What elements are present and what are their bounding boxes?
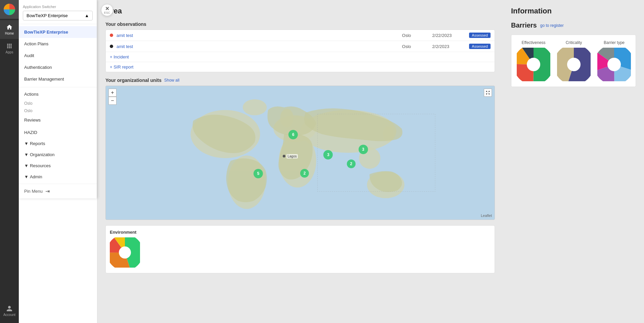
sidebar-item-home[interactable]: Home xyxy=(0,20,19,39)
cluster-2a[interactable]: 2 xyxy=(347,159,356,168)
obs-date-1: 2/22/2023 xyxy=(432,33,466,38)
dropdown-header: Application Switcher BowTieXP Enterprise… xyxy=(19,0,97,24)
reports-label: Reports xyxy=(30,141,45,146)
bottom-charts: Environment xyxy=(105,225,495,273)
sidebar-nav-partial: Actions Oslo Oslo Reviews HAZID ▼ Report… xyxy=(19,87,97,184)
barrier-type-chart-block: Barrier type xyxy=(597,40,631,81)
nav-item-hazid[interactable]: HAZID xyxy=(19,127,97,138)
chevron-reports-icon: ▼ xyxy=(24,141,29,146)
app-item-barrier[interactable]: Barrier Management xyxy=(19,73,97,85)
criticality-chart-block: Criticality xyxy=(557,40,591,81)
obs-name-2[interactable]: amit test xyxy=(117,44,399,49)
obs-location-1: Oslo xyxy=(402,33,429,38)
app-switcher-select[interactable]: BowTieXP Enterprise ▲ xyxy=(23,11,93,20)
svg-point-19 xyxy=(520,51,547,78)
barriers-title: Barriers xyxy=(511,21,537,29)
information-title: Information xyxy=(511,7,636,15)
sidebar-item-account[interactable]: Account xyxy=(0,302,19,320)
nav-oslo-2: Oslo xyxy=(19,107,97,114)
pin-menu-icon: ⇥ xyxy=(45,188,50,194)
organization-label: Organization xyxy=(30,152,55,157)
effectiveness-title: Effectiveness xyxy=(521,40,545,45)
chevron-admin-icon: ▼ xyxy=(24,174,29,179)
leaflet-attribution: Leaflet xyxy=(481,214,492,218)
environment-chart: Environment xyxy=(105,225,495,273)
effectiveness-chart-block: Effectiveness xyxy=(517,40,550,81)
nav-item-reviews[interactable]: Reviews xyxy=(19,114,97,126)
barriers-charts-row: Effectiveness Criticality xyxy=(511,35,636,87)
show-all-link[interactable]: Show all xyxy=(164,78,179,83)
apps-label: Apps xyxy=(6,50,13,54)
pin-menu-label: Pin Menu xyxy=(24,189,43,194)
add-sir-label: + SIR report xyxy=(110,64,133,70)
pin-menu-footer[interactable]: Pin Menu ⇥ xyxy=(19,184,97,198)
lagos-label: Lagos xyxy=(286,154,297,158)
observations-table: amit test Oslo 2/22/2023 Assessed amit t… xyxy=(105,30,495,72)
area-title: Area xyxy=(105,7,495,15)
chevron-resources-icon: ▼ xyxy=(24,163,29,168)
map-container[interactable]: + − xyxy=(105,86,495,220)
criticality-pie xyxy=(557,48,591,81)
org-units-title: Your organizational units xyxy=(105,78,162,83)
home-icon xyxy=(6,24,13,31)
map-zoom-out-button[interactable]: − xyxy=(108,97,117,105)
cluster-2b[interactable]: 2 xyxy=(300,169,309,178)
environment-chart-title: Environment xyxy=(110,230,491,235)
sidebar-item-apps[interactable]: Apps xyxy=(0,39,19,58)
svg-point-15 xyxy=(113,240,137,265)
go-to-register-link[interactable]: go to register xyxy=(540,23,564,28)
actions-section-label: Actions xyxy=(24,92,39,97)
add-incident-button[interactable]: + Incident xyxy=(106,52,495,62)
app-item-authentication[interactable]: Authentication xyxy=(19,61,97,73)
svg-point-21 xyxy=(560,51,587,78)
svg-point-7 xyxy=(243,99,267,116)
chevron-up-icon: ▲ xyxy=(85,13,89,18)
barriers-header: Barriers go to register xyxy=(511,21,636,29)
app-switcher-dropdown: Application Switcher BowTieXP Enterprise… xyxy=(19,0,97,198)
add-incident-label: + Incident xyxy=(110,54,129,59)
resources-label: Resources xyxy=(30,163,51,168)
observations-title: Your observations xyxy=(105,21,495,27)
nav-item-organization[interactable]: ▼ Organization xyxy=(19,149,97,160)
app-item-actionplans[interactable]: Action Plans xyxy=(19,38,97,50)
org-units-header: Your organizational units Show all xyxy=(105,78,495,83)
app-logo[interactable] xyxy=(0,0,19,19)
cluster-5[interactable]: 5 xyxy=(254,169,263,178)
obs-badge-1: Assessed xyxy=(469,33,491,38)
cluster-3a[interactable]: 3 xyxy=(359,145,368,154)
obs-location-2: Oslo xyxy=(402,44,429,49)
logo-graphic xyxy=(4,4,15,15)
close-x-icon: ✕ xyxy=(105,6,109,11)
map-expand-button[interactable] xyxy=(484,89,492,97)
world-map-svg xyxy=(106,86,495,220)
environment-pie-chart xyxy=(110,237,140,268)
app-item-audit[interactable]: Audit xyxy=(19,50,97,61)
content-area: Area Your observations amit test Oslo 2/… xyxy=(97,0,644,323)
hazid-label: HAZID xyxy=(24,130,37,135)
svg-point-26 xyxy=(601,51,628,78)
obs-date-2: 2/2/2023 xyxy=(432,44,466,49)
app-list: BowTieXP Enterprise Action Plans Audit A… xyxy=(19,24,97,87)
apps-icon xyxy=(6,43,13,49)
effectiveness-pie xyxy=(517,48,550,81)
map-zoom-in-button[interactable]: + xyxy=(108,89,117,97)
obs-badge-2: Assessed xyxy=(469,44,491,49)
admin-label: Admin xyxy=(30,174,42,179)
nav-item-resources[interactable]: ▼ Resources xyxy=(19,160,97,171)
obs-name-1[interactable]: amit test xyxy=(117,33,399,38)
app-item-bowtie[interactable]: BowTieXP Enterprise xyxy=(19,26,97,38)
barrier-type-title: Barrier type xyxy=(604,40,625,45)
nav-item-reports[interactable]: ▼ Reports xyxy=(19,138,97,149)
account-icon xyxy=(6,305,13,312)
sidebar: Application Switcher BowTieXP Enterprise… xyxy=(19,0,97,323)
info-panel: Information Barriers go to register Effe… xyxy=(503,0,644,323)
close-dropdown-button[interactable]: ✕ ESC xyxy=(101,4,113,16)
expand-icon xyxy=(486,90,490,95)
main-content: Area Your observations amit test Oslo 2/… xyxy=(97,0,644,323)
reviews-label: Reviews xyxy=(24,118,41,123)
obs-dot-red xyxy=(110,34,113,37)
obs-row-1: amit test Oslo 2/22/2023 Assessed xyxy=(106,30,495,41)
esc-label: ESC xyxy=(104,11,110,14)
add-sir-button[interactable]: + SIR report xyxy=(106,62,495,72)
nav-item-admin[interactable]: ▼ Admin xyxy=(19,171,97,182)
